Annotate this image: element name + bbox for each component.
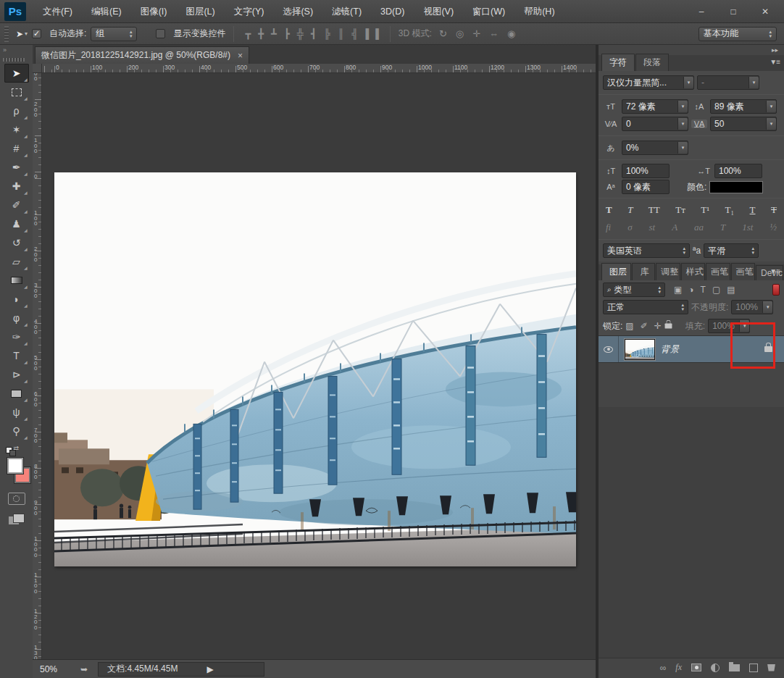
menu-item[interactable]: 3D(D) — [371, 0, 414, 23]
tab-panel-5[interactable]: 画笔 — [731, 263, 755, 280]
swap-colors-mini[interactable]: ⇄ — [6, 445, 19, 455]
all-caps-button[interactable]: TT — [649, 204, 660, 216]
lock-move-icon[interactable]: ✛ — [654, 321, 662, 331]
screen-mode-button[interactable] — [9, 514, 25, 525]
vertical-scale-field[interactable]: 100% — [622, 164, 670, 178]
horizontal-scale-field[interactable]: 100% — [714, 164, 762, 178]
tab-panel-4[interactable]: 画笔 — [706, 263, 730, 280]
align-left-edges[interactable]: ┣ — [281, 28, 293, 39]
panel-menu-icon[interactable]: ▼≡ — [770, 267, 780, 275]
adjustment-layer-icon[interactable] — [711, 664, 720, 672]
export-icon[interactable]: ➥ — [80, 664, 88, 674]
quick-mask-button[interactable] — [8, 493, 25, 505]
font-size-field[interactable]: 72 像素▾ — [622, 99, 688, 114]
font-style-dropdown[interactable]: -▾ — [697, 75, 759, 90]
zoom-level-field[interactable]: 50% — [33, 664, 70, 674]
brush-tool[interactable]: ✐◢ — [4, 196, 29, 214]
filter-smart-objects-icon[interactable]: ▤ — [727, 285, 735, 295]
tsume-field[interactable]: 0%▾ — [622, 141, 688, 155]
gradient-tool[interactable]: ◢ — [4, 271, 29, 290]
swash-button[interactable]: σ — [627, 222, 632, 233]
ligatures-button[interactable]: fi — [606, 222, 611, 233]
document-image[interactable] — [54, 172, 576, 566]
add-mask-icon[interactable] — [691, 664, 701, 671]
ordinals-button[interactable]: 1st — [742, 222, 753, 233]
distribute-spacing[interactable]: ▌▐ — [362, 28, 381, 39]
crop-tool[interactable]: #◢ — [4, 139, 29, 158]
tracking-field[interactable]: 50▾ — [710, 117, 777, 131]
lasso-tool[interactable]: ρ◢ — [4, 101, 29, 120]
menu-item[interactable]: 滤镜(T) — [322, 0, 371, 23]
healing-brush-tool[interactable]: ✚◢ — [4, 177, 29, 196]
stylistic-alt-button[interactable]: A — [672, 222, 677, 233]
superscript-button[interactable]: T¹ — [701, 204, 709, 216]
menu-item[interactable]: 窗口(W) — [463, 0, 514, 23]
filter-toggle-switch[interactable] — [772, 284, 780, 296]
menu-item[interactable]: 文字(Y) — [225, 0, 274, 23]
eyedropper-tool[interactable]: ✒◢ — [4, 158, 29, 177]
layer-style-icon[interactable]: fx — [675, 662, 682, 673]
underline-button[interactable]: T — [750, 204, 756, 216]
3d-roll-icon[interactable]: ◎ — [453, 28, 467, 39]
panel-menu-icon[interactable]: ▼≡ — [770, 58, 780, 66]
dodge-tool[interactable]: φ◢ — [4, 309, 29, 327]
3d-scale-icon[interactable]: ◉ — [504, 28, 518, 39]
tab-paragraph[interactable]: 段落 — [635, 54, 669, 71]
align-horizontal-centers[interactable]: ╬ — [294, 28, 306, 39]
3d-drag-icon[interactable]: ✛ — [470, 28, 483, 39]
blend-mode-dropdown[interactable]: 正常▴▾ — [603, 300, 688, 314]
marquee-tool[interactable]: ◢ — [4, 83, 29, 101]
baseline-shift-field[interactable]: 0 像素 — [622, 180, 670, 194]
small-caps-button[interactable]: Tᴛ — [675, 204, 685, 216]
maximize-button[interactable]: □ — [717, 4, 749, 20]
type-tool[interactable]: T◢ — [4, 346, 29, 365]
visibility-toggle[interactable] — [599, 336, 619, 362]
menu-item[interactable]: 文件(F) — [33, 0, 82, 23]
horizontal-ruler[interactable]: 0100200300400500600700800900100011001200… — [42, 64, 596, 73]
menu-item[interactable]: 视图(V) — [414, 0, 463, 23]
minimize-button[interactable]: – — [685, 4, 717, 20]
ordinals-alt-button[interactable]: T — [720, 222, 725, 233]
align-bottom-edges[interactable]: ┻ — [268, 28, 280, 39]
move-tool[interactable]: ➤◢ — [4, 64, 29, 83]
close-button[interactable]: ✕ — [749, 4, 781, 20]
current-tool-badge[interactable]: ➤▾ — [16, 29, 28, 39]
align-top-edges[interactable]: ┳ — [242, 28, 254, 39]
lock-transparent-icon[interactable]: ▨ — [625, 321, 633, 331]
3d-rotate-icon[interactable]: ↻ — [436, 28, 450, 39]
tab-panel-3[interactable]: 样式 — [681, 263, 705, 280]
opacity-field[interactable]: 100%▾ — [731, 300, 773, 314]
menu-item[interactable]: 选择(S) — [273, 0, 322, 23]
contextual-alt-button[interactable]: st — [649, 222, 656, 233]
blur-tool[interactable]: ◗◢ — [4, 290, 29, 309]
faux-bold-button[interactable]: T — [606, 204, 612, 216]
layer-name[interactable]: 背景 — [661, 343, 680, 356]
filter-type-layers-icon[interactable]: T — [701, 285, 706, 295]
menu-item[interactable]: 图像(I) — [131, 0, 177, 23]
menu-item[interactable]: 编辑(E) — [82, 0, 131, 23]
filter-shape-layers-icon[interactable]: ▢ — [712, 285, 720, 295]
pen-tool[interactable]: ✑◢ — [4, 327, 29, 346]
new-group-icon[interactable] — [729, 664, 740, 671]
distribute-top[interactable]: ╠ — [321, 28, 333, 39]
fractions-button[interactable]: ½ — [770, 222, 777, 233]
document-tab[interactable]: 微信图片_20181225142921.jpg @ 50%(RGB/8#) × — [35, 46, 249, 64]
subscript-button[interactable]: T₁ — [725, 204, 734, 216]
auto-select-checkbox[interactable]: ✓ — [32, 29, 41, 38]
auto-select-target-dropdown[interactable]: 组▴▾ — [91, 27, 137, 41]
delete-layer-icon[interactable] — [767, 664, 775, 671]
tab-panel-2[interactable]: 调整 — [656, 263, 680, 280]
hand-tool[interactable]: ψ◢ — [4, 403, 29, 422]
history-brush-tool[interactable]: ↺◢ — [4, 233, 29, 252]
layer-filter-dropdown[interactable]: ⌕类型▴▾ — [603, 282, 665, 297]
lock-paint-icon[interactable]: ✐ — [641, 321, 648, 331]
align-vertical-centers[interactable]: ╋ — [255, 28, 267, 39]
font-family-dropdown[interactable]: 汉仪力量黑简...▾ — [603, 75, 694, 90]
tab-character[interactable]: 字符 — [601, 54, 635, 71]
align-right-edges[interactable]: ┫ — [308, 28, 320, 39]
kerning-field[interactable]: 0▾ — [622, 117, 688, 131]
faux-italic-button[interactable]: T — [627, 204, 633, 216]
filter-adjustment-layers-icon[interactable]: ◑ — [688, 285, 693, 295]
tab-layers[interactable]: 图层 — [601, 263, 631, 280]
document-info[interactable]: 文档:4.45M/4.45M▶ — [98, 662, 264, 677]
